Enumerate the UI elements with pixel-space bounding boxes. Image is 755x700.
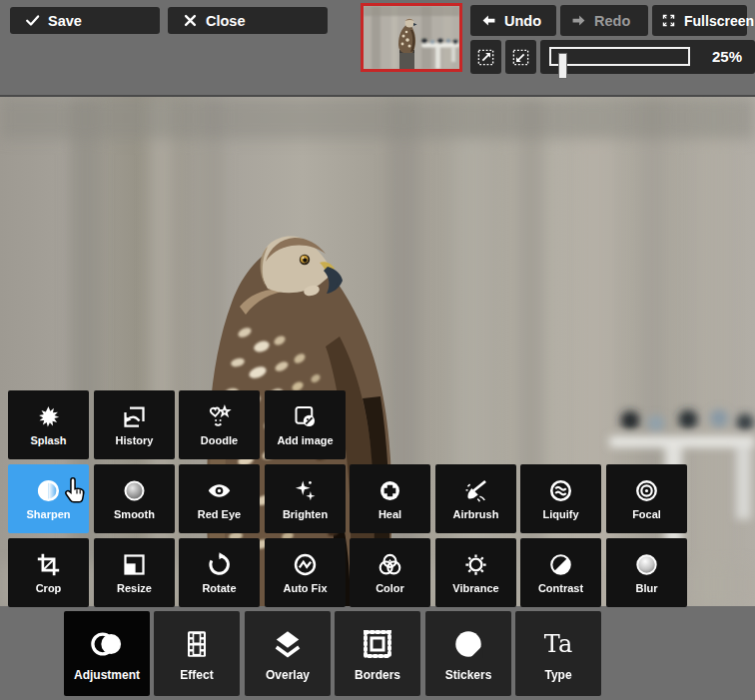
tool-label: Focal bbox=[632, 508, 661, 520]
category-label: Stickers bbox=[445, 668, 492, 682]
tool-liquify[interactable]: Liquify bbox=[520, 464, 601, 533]
zoom-slider-track[interactable] bbox=[549, 47, 690, 66]
redo-arrow-icon bbox=[571, 13, 586, 28]
tool-label: Vibrance bbox=[452, 582, 498, 594]
category-adjustment[interactable]: Adjustment bbox=[64, 611, 150, 696]
redo-button[interactable]: Redo bbox=[560, 5, 648, 36]
tool-brighten[interactable]: Brighten bbox=[265, 464, 346, 533]
category-label: Effect bbox=[180, 668, 213, 682]
redo-label: Redo bbox=[594, 13, 630, 29]
airbrush-icon bbox=[462, 477, 489, 504]
tool-add-image[interactable]: Add image bbox=[265, 390, 346, 459]
thumbnail-image bbox=[364, 6, 459, 69]
tool-label: Blur bbox=[636, 582, 658, 594]
navigator-thumbnail[interactable] bbox=[361, 3, 462, 72]
tool-label: Color bbox=[376, 582, 404, 594]
fullscreen-icon bbox=[661, 13, 676, 28]
tool-contrast[interactable]: Contrast bbox=[520, 538, 601, 607]
tool-rotate[interactable]: Rotate bbox=[179, 538, 260, 607]
adjustment-icon bbox=[89, 626, 125, 662]
tool-color[interactable]: Color bbox=[350, 538, 430, 607]
history-icon bbox=[121, 403, 148, 430]
tool-label: Liquify bbox=[542, 508, 578, 520]
tool-label: Resize bbox=[117, 582, 152, 594]
splash-icon bbox=[35, 403, 62, 430]
tool-sharpen[interactable]: Sharpen bbox=[8, 464, 89, 533]
close-x-icon bbox=[183, 13, 198, 28]
fullscreen-button[interactable]: Fullscreen bbox=[652, 5, 747, 36]
undo-arrow-icon bbox=[481, 13, 496, 28]
zoom-enlarge-icon bbox=[476, 48, 495, 67]
tool-splash[interactable]: Splash bbox=[8, 390, 89, 459]
zoom-shrink-button[interactable] bbox=[505, 40, 536, 74]
tool-doodle[interactable]: Doodle bbox=[179, 390, 260, 459]
tool-smooth[interactable]: Smooth bbox=[94, 464, 175, 533]
tool-label: Rotate bbox=[202, 582, 236, 594]
overlay-icon bbox=[270, 626, 306, 662]
heal-icon bbox=[377, 477, 403, 504]
fullscreen-label: Fullscreen bbox=[684, 13, 754, 29]
tool-history[interactable]: History bbox=[94, 390, 175, 459]
resize-icon bbox=[121, 551, 148, 578]
category-label: Adjustment bbox=[74, 668, 140, 682]
blur-icon bbox=[633, 551, 660, 578]
tool-label: Add image bbox=[277, 434, 333, 446]
check-icon bbox=[25, 13, 40, 28]
svg-text:Ta: Ta bbox=[544, 630, 572, 658]
category-overlay[interactable]: Overlay bbox=[245, 611, 331, 696]
tool-heal[interactable]: Heal bbox=[350, 464, 430, 533]
tool-label: Brighten bbox=[283, 508, 328, 520]
red-eye-icon bbox=[206, 477, 233, 504]
tool-label: Smooth bbox=[114, 508, 155, 520]
vibrance-icon bbox=[462, 551, 489, 578]
tool-vibrance[interactable]: Vibrance bbox=[435, 538, 516, 607]
category-label: Type bbox=[544, 668, 571, 682]
zoom-shrink-icon bbox=[511, 48, 530, 67]
tool-label: Splash bbox=[30, 434, 66, 446]
borders-icon bbox=[360, 626, 395, 662]
tool-blur[interactable]: Blur bbox=[606, 538, 687, 607]
crop-icon bbox=[35, 551, 62, 578]
undo-label: Undo bbox=[504, 13, 541, 29]
focal-icon bbox=[633, 477, 660, 504]
smooth-icon bbox=[121, 477, 148, 504]
close-button[interactable]: Close bbox=[168, 7, 328, 34]
zoom-slider-handle[interactable] bbox=[558, 53, 567, 79]
doodle-icon bbox=[206, 403, 233, 430]
brighten-icon bbox=[292, 477, 319, 504]
undo-button[interactable]: Undo bbox=[470, 5, 556, 36]
color-icon bbox=[377, 551, 403, 578]
category-borders[interactable]: Borders bbox=[335, 611, 420, 696]
zoom-enlarge-button[interactable] bbox=[470, 40, 501, 74]
zoom-slider-panel: 25% bbox=[540, 40, 755, 74]
zoom-percent-value: 25% bbox=[712, 48, 742, 65]
type-icon: Ta bbox=[540, 626, 576, 662]
liquify-icon bbox=[547, 477, 574, 504]
category-type[interactable]: TaType bbox=[515, 611, 601, 696]
tool-label: Crop bbox=[36, 582, 62, 594]
category-effect[interactable]: Effect bbox=[154, 611, 240, 696]
auto-fix-icon bbox=[292, 551, 319, 578]
save-button[interactable]: Save bbox=[10, 7, 160, 34]
category-label: Borders bbox=[355, 668, 400, 682]
tool-airbrush[interactable]: Airbrush bbox=[435, 464, 516, 533]
tool-label: Auto Fix bbox=[284, 582, 328, 594]
category-label: Overlay bbox=[266, 668, 310, 682]
sharpen-icon bbox=[35, 477, 62, 504]
tool-label: Contrast bbox=[538, 582, 583, 594]
category-stickers[interactable]: Stickers bbox=[425, 611, 511, 696]
close-label: Close bbox=[206, 13, 246, 29]
tool-label: Red Eye bbox=[198, 508, 241, 520]
effect-icon bbox=[179, 626, 215, 662]
tool-crop[interactable]: Crop bbox=[8, 538, 89, 607]
tool-focal[interactable]: Focal bbox=[606, 464, 687, 533]
stickers-icon bbox=[450, 626, 486, 662]
tool-label: History bbox=[116, 434, 154, 446]
tool-label: Sharpen bbox=[26, 508, 70, 520]
add-image-icon bbox=[292, 403, 319, 430]
tool-auto-fix[interactable]: Auto Fix bbox=[265, 538, 346, 607]
rotate-icon bbox=[206, 551, 233, 578]
tool-resize[interactable]: Resize bbox=[94, 538, 175, 607]
tool-label: Airbrush bbox=[453, 508, 499, 520]
tool-red-eye[interactable]: Red Eye bbox=[179, 464, 260, 533]
